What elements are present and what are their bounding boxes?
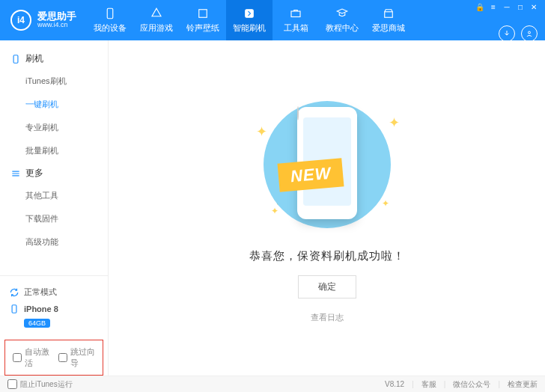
nav-store[interactable]: 爱思商城 [365, 0, 412, 40]
footer-link-wechat[interactable]: 微信公众号 [453, 379, 490, 390]
phone-small-icon [9, 304, 19, 314]
nav-ringtones[interactable]: 铃声壁纸 [180, 0, 226, 40]
svg-rect-6 [13, 55, 18, 63]
svg-rect-0 [107, 8, 113, 19]
success-illustration: ✦ ✦ ✦ ✦ NEW [249, 94, 406, 236]
confirm-button[interactable]: 确定 [298, 275, 356, 298]
new-ribbon: NEW [277, 158, 344, 192]
svg-rect-7 [12, 305, 16, 313]
apps-icon [150, 7, 163, 20]
footer-link-update[interactable]: 检查更新 [508, 379, 538, 390]
sparkle-icon: ✦ [382, 198, 389, 209]
menu-icon[interactable]: ≡ [490, 3, 497, 10]
sidebar-item-pro-flash[interactable]: 专业刷机 [0, 116, 108, 139]
sidebar-item-oneclick-flash[interactable]: 一键刷机 [0, 93, 108, 116]
list-icon [10, 168, 21, 179]
main-content: ✦ ✦ ✦ ✦ NEW 恭喜您，保资料刷机成功啦！ 确定 查看日志 [109, 40, 545, 376]
nav-toolbox[interactable]: 工具箱 [272, 0, 319, 40]
skip-guide-checkbox[interactable]: 跳过向导 [58, 346, 95, 369]
maximize-icon[interactable]: □ [517, 3, 524, 10]
app-logo: i4 爱思助手 www.i4.cn [0, 0, 87, 40]
header: i4 爱思助手 www.i4.cn 我的设备 应用游戏 铃声壁纸 智能刷机 工具… [0, 0, 545, 40]
sidebar: 刷机 iTunes刷机 一键刷机 专业刷机 批量刷机 更多 其他工具 下载固件 … [0, 40, 109, 376]
minimize-icon[interactable]: ─ [503, 3, 511, 10]
sidebar-item-download-fw[interactable]: 下载固件 [0, 207, 108, 230]
footer: 阻止iTunes运行 V8.12 | 客服 | 微信公众号 | 检查更新 [0, 376, 545, 392]
sidebar-item-itunes-flash[interactable]: iTunes刷机 [0, 70, 108, 93]
close-icon[interactable]: ✕ [530, 3, 538, 10]
sidebar-bottom: 正常模式 iPhone 8 64GB [0, 275, 108, 335]
flash-icon [243, 7, 256, 20]
app-name: 爱思助手 [37, 11, 76, 22]
user-button[interactable] [521, 25, 538, 42]
version-label: V8.12 [385, 380, 404, 388]
block-itunes-checkbox[interactable]: 阻止iTunes运行 [7, 379, 73, 390]
sidebar-item-advanced[interactable]: 高级功能 [0, 230, 108, 254]
nav-tutorial[interactable]: 教程中心 [319, 0, 365, 40]
download-button[interactable] [499, 25, 515, 42]
sidebar-item-other-tools[interactable]: 其他工具 [0, 184, 108, 207]
sidebar-item-batch-flash[interactable]: 批量刷机 [0, 139, 108, 162]
nav-apps[interactable]: 应用游戏 [133, 0, 180, 40]
sidebar-section-flash: 刷机 [0, 48, 108, 70]
phone-icon [103, 7, 117, 20]
app-url: www.i4.cn [37, 22, 76, 29]
device-row[interactable]: iPhone 8 [9, 301, 99, 317]
highlighted-options: 自动激活 跳过向导 [4, 340, 103, 376]
sidebar-section-more: 更多 [0, 162, 108, 184]
wallpaper-icon [196, 7, 210, 20]
svg-rect-4 [385, 12, 393, 18]
window-controls: 🔒 ≡ ─ □ ✕ [476, 0, 538, 10]
sparkle-icon: ✦ [271, 206, 278, 216]
svg-point-5 [529, 31, 531, 34]
svg-rect-3 [291, 11, 300, 17]
logo-icon: i4 [10, 10, 31, 31]
refresh-icon [9, 287, 19, 298]
storage-badge: 64GB [24, 319, 50, 328]
toolbox-icon [289, 7, 302, 20]
svg-rect-2 [246, 10, 254, 18]
top-nav: 我的设备 应用游戏 铃声壁纸 智能刷机 工具箱 教程中心 爱思商城 [87, 0, 412, 40]
tutorial-icon [335, 7, 349, 20]
success-message: 恭喜您，保资料刷机成功啦！ [249, 249, 405, 263]
svg-rect-1 [199, 10, 207, 18]
footer-link-support[interactable]: 客服 [421, 379, 436, 390]
lock-icon[interactable]: 🔒 [476, 3, 484, 10]
sparkle-icon: ✦ [389, 114, 400, 131]
view-log-link[interactable]: 查看日志 [311, 312, 344, 323]
nav-device[interactable]: 我的设备 [87, 0, 133, 40]
store-icon [382, 7, 395, 20]
header-right: 🔒 ≡ ─ □ ✕ [476, 0, 545, 40]
auto-activate-checkbox[interactable]: 自动激活 [13, 346, 49, 369]
mode-row[interactable]: 正常模式 [9, 284, 99, 301]
nav-flash[interactable]: 智能刷机 [226, 0, 272, 40]
device-icon [10, 54, 21, 64]
sparkle-icon: ✦ [256, 123, 267, 140]
